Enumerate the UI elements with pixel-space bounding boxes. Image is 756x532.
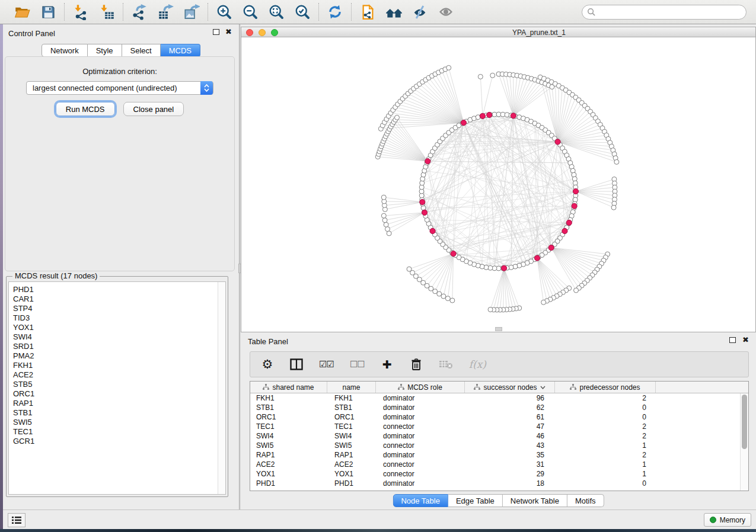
table-cell: 1 <box>555 460 656 469</box>
apply-layout-button[interactable] <box>326 3 344 21</box>
run-mcds-button[interactable]: Run MCDS <box>56 102 115 116</box>
show-all-button[interactable] <box>437 3 455 21</box>
task-history-button[interactable] <box>8 513 25 527</box>
first-neighbors-button[interactable] <box>385 3 403 21</box>
function-builder-button[interactable]: f(x) <box>469 357 486 371</box>
close-panel-button[interactable]: Close panel <box>123 102 184 116</box>
deselect-all-button[interactable]: ☐☐ <box>350 357 365 371</box>
export-table-button[interactable] <box>157 3 174 21</box>
tab-style[interactable]: Style <box>88 44 122 57</box>
table-row[interactable]: TEC1TEC1connector472 <box>250 422 740 431</box>
save-floppy-icon <box>41 5 56 20</box>
export-network-button[interactable] <box>130 3 148 21</box>
tab-select[interactable]: Select <box>122 44 161 57</box>
table-cell: TEC1 <box>327 422 376 431</box>
table-cell: YOX1 <box>250 470 327 478</box>
save-session-button[interactable] <box>39 3 57 21</box>
network-canvas[interactable] <box>241 37 755 332</box>
list-item[interactable]: STB1 <box>13 408 218 418</box>
delete-column-button[interactable] <box>410 357 423 371</box>
scrollbar-thumb[interactable] <box>742 395 747 449</box>
table-row[interactable]: STB1STB1dominator620 <box>250 403 740 412</box>
tab-network[interactable]: Network <box>42 44 88 57</box>
open-session-button[interactable] <box>13 3 31 21</box>
list-item[interactable]: SWI5 <box>13 418 218 427</box>
tab-node-table[interactable]: Node Table <box>393 494 448 507</box>
window-close-button[interactable] <box>246 29 253 36</box>
zoom-fit-button[interactable] <box>267 3 285 21</box>
list-item[interactable]: SRD1 <box>13 342 218 351</box>
list-item[interactable]: ORC1 <box>13 389 218 399</box>
import-network-button[interactable] <box>72 3 90 21</box>
select-all-button[interactable]: ☑☑ <box>319 357 334 371</box>
list-item[interactable]: STP4 <box>13 304 218 313</box>
add-column-button[interactable]: ✚ <box>381 357 394 371</box>
list-item[interactable]: FKH1 <box>13 361 218 370</box>
table-row[interactable]: ACE2ACE2connector311 <box>250 460 740 469</box>
column-header-mcds-role[interactable]: MCDS role <box>376 382 465 393</box>
table-cell: ORC1 <box>327 413 376 421</box>
column-header-shared-name[interactable]: shared name <box>250 382 327 393</box>
column-header-successor-nodes[interactable]: successor nodes <box>465 382 555 393</box>
close-panel-icon[interactable]: ✖ <box>742 337 749 343</box>
list-item[interactable]: RAP1 <box>13 399 218 408</box>
list-item[interactable]: YOX1 <box>13 323 218 332</box>
list-item[interactable]: TEC1 <box>13 427 218 437</box>
list-item[interactable]: PHD1 <box>13 285 218 294</box>
table-row[interactable]: SWI5SWI5connector431 <box>250 441 740 450</box>
list-scrollbar[interactable] <box>218 282 225 494</box>
window-minimize-button[interactable] <box>259 29 266 36</box>
table-cell: connector <box>376 470 465 478</box>
import-table-button[interactable] <box>98 3 116 21</box>
export-image-button[interactable] <box>183 3 200 21</box>
zoom-selected-button[interactable] <box>294 3 311 21</box>
table-scrollbar[interactable] <box>740 393 748 491</box>
list-item[interactable]: GCR1 <box>13 437 218 446</box>
hide-selected-button[interactable] <box>411 3 429 21</box>
list-item[interactable]: ACE2 <box>13 370 218 380</box>
table-row[interactable]: YOX1YOX1connector291 <box>250 469 740 479</box>
list-item[interactable]: PMA2 <box>13 351 218 361</box>
control-panel-header: Control Panel ✖ <box>3 24 239 41</box>
window-maximize-button[interactable] <box>271 29 278 36</box>
list-item[interactable]: CAR1 <box>13 294 218 304</box>
control-panel-tabs: Network Style Select MCDS <box>3 44 239 57</box>
table-cell: SWI5 <box>327 441 376 450</box>
split-collapse-handle[interactable] <box>495 327 502 331</box>
close-panel-icon[interactable]: ✖ <box>225 29 232 35</box>
column-header-name[interactable]: name <box>327 382 376 393</box>
table-row[interactable]: FKH1FKH1dominator962 <box>250 393 740 403</box>
tab-edge-table[interactable]: Edge Table <box>448 494 503 507</box>
new-network-from-selection-button[interactable] <box>359 3 377 21</box>
float-panel-icon[interactable] <box>213 29 219 35</box>
table-row[interactable]: ORC1ORC1dominator610 <box>250 412 740 422</box>
network-graph[interactable] <box>241 37 756 332</box>
memory-button[interactable]: Memory <box>704 513 751 527</box>
optimization-criterion-select[interactable]: largest connected component (undirected) <box>26 81 213 95</box>
table-row[interactable]: PHD1PHD1dominator180 <box>250 479 740 488</box>
table-row[interactable]: RAP1RAP1dominator352 <box>250 450 740 460</box>
tab-motifs[interactable]: Motifs <box>567 494 604 507</box>
tab-mcds[interactable]: MCDS <box>161 44 200 57</box>
float-panel-icon[interactable] <box>729 337 736 343</box>
table-panel-header: Table Panel ✖ <box>241 334 756 349</box>
list-item[interactable]: TID3 <box>13 313 218 323</box>
table-row[interactable]: SWI4SWI4dominator462 <box>250 431 740 441</box>
combo-stepper-icon <box>200 81 213 95</box>
list-item[interactable]: SWI4 <box>13 332 218 342</box>
table-cell: SWI4 <box>250 432 327 440</box>
column-header-predecessor-nodes[interactable]: predecessor nodes <box>555 382 656 393</box>
mcds-result-list: PHD1CAR1STP4TID3YOX1SWI4SRD1PMA2FKH1ACE2… <box>9 282 218 494</box>
split-view-button[interactable] <box>290 357 303 371</box>
tab-network-table[interactable]: Network Table <box>503 494 567 507</box>
export-table-icon <box>158 4 174 20</box>
delete-table-button[interactable] <box>439 357 453 371</box>
application-window: Control Panel ✖ Network Style Select MCD… <box>0 0 756 532</box>
table-settings-button[interactable]: ⚙ <box>261 357 274 371</box>
zoom-in-icon <box>216 4 232 20</box>
network-window-titlebar[interactable]: YPA_prune.txt_1 <box>241 27 755 37</box>
search-input[interactable] <box>582 5 747 20</box>
zoom-in-button[interactable] <box>215 3 233 21</box>
list-item[interactable]: STB5 <box>13 380 218 389</box>
zoom-out-button[interactable] <box>241 3 259 21</box>
